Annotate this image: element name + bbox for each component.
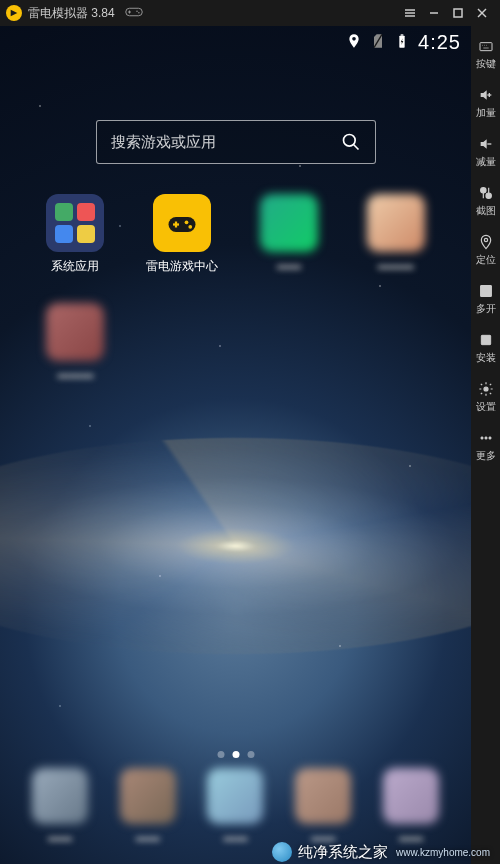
side-label: 安装 [476, 351, 496, 365]
svg-rect-9 [454, 9, 462, 17]
system-apps-icon [46, 194, 104, 252]
menu-button[interactable] [398, 1, 422, 25]
clock: 4:25 [418, 31, 461, 54]
page-dot[interactable] [247, 751, 254, 758]
close-button[interactable] [470, 1, 494, 25]
app-logo [6, 5, 22, 21]
svg-line-16 [353, 145, 358, 150]
emulator-sidebar: 按键 加量 减量 截图 定位 多开 APK 安装 设置 [471, 26, 500, 864]
app-label: 雷电游戏中心 [146, 258, 218, 275]
side-label: 减量 [476, 155, 496, 169]
app-label: ▬▬▬ [57, 367, 93, 381]
app-label: 系统应用 [51, 258, 99, 275]
gamecenter-icon [153, 194, 211, 252]
app-label: ▬▬▬ [378, 258, 414, 272]
svg-rect-17 [169, 217, 196, 232]
titlebar: 雷电模拟器 3.84 [0, 0, 500, 26]
maximize-button[interactable] [446, 1, 470, 25]
search-icon [341, 132, 361, 152]
emulator-screen: 4:25 搜索游戏或应用 系统应用 雷电游戏中心 ▬▬ [0, 26, 471, 864]
svg-point-41 [480, 437, 482, 439]
svg-point-20 [185, 220, 189, 224]
app-gamecenter[interactable]: 雷电游戏中心 [137, 194, 228, 275]
side-multi-instance-button[interactable]: 多开 [471, 277, 500, 322]
side-settings-button[interactable]: 设置 [471, 375, 500, 420]
watermark-url: www.kzmyhome.com [396, 847, 490, 858]
svg-point-3 [136, 10, 138, 12]
svg-point-43 [488, 437, 490, 439]
side-label: 定位 [476, 253, 496, 267]
svg-point-21 [189, 225, 193, 229]
dock-app-3[interactable]: ▬▬ [207, 768, 263, 844]
blurred-icon [46, 303, 104, 361]
side-more-button[interactable]: 更多 [471, 424, 500, 469]
search-placeholder: 搜索游戏或应用 [111, 133, 341, 152]
android-statusbar: 4:25 [0, 26, 471, 58]
svg-point-15 [343, 135, 355, 147]
page-dot-active[interactable] [232, 751, 239, 758]
side-screenshot-button[interactable]: 截图 [471, 179, 500, 224]
location-icon [346, 33, 362, 52]
svg-point-4 [138, 12, 140, 14]
side-label: 按键 [476, 57, 496, 71]
side-volume-down-button[interactable]: 减量 [471, 130, 500, 175]
gamepad-icon[interactable] [125, 6, 143, 21]
dock-app-2[interactable]: ▬▬ [120, 768, 176, 844]
side-keymap-button[interactable]: 按键 [471, 32, 500, 77]
side-label: 更多 [476, 449, 496, 463]
svg-point-42 [484, 437, 486, 439]
watermark-logo-icon [272, 842, 292, 862]
svg-point-31 [486, 193, 491, 198]
dock-app-1[interactable]: ▬▬ [32, 768, 88, 844]
side-volume-up-button[interactable]: 加量 [471, 81, 500, 126]
side-label: 加量 [476, 106, 496, 120]
side-install-apk-button[interactable]: APK 安装 [471, 326, 500, 371]
app-label: ▬▬ [277, 258, 301, 272]
app-blurred-3[interactable]: ▬▬ [244, 194, 335, 275]
dock-app-5[interactable]: ▬▬ [383, 768, 439, 844]
minimize-button[interactable] [422, 1, 446, 25]
svg-point-30 [480, 188, 485, 193]
blurred-icon [367, 194, 425, 252]
battery-icon [394, 33, 410, 52]
sim-icon [370, 33, 386, 52]
dock-app-4[interactable]: ▬▬ [295, 768, 351, 844]
app-blurred-5[interactable]: ▬▬▬ [30, 303, 121, 381]
dock: ▬▬ ▬▬ ▬▬ ▬▬ ▬▬ [16, 768, 455, 844]
svg-rect-22 [480, 43, 492, 51]
window-title: 雷电模拟器 3.84 [28, 5, 115, 22]
app-blurred-4[interactable]: ▬▬▬ [350, 194, 441, 275]
page-dot[interactable] [217, 751, 224, 758]
blurred-icon [260, 194, 318, 252]
svg-text:APK: APK [481, 338, 491, 343]
svg-point-34 [484, 238, 487, 241]
svg-rect-14 [401, 34, 404, 35]
app-system[interactable]: 系统应用 [30, 194, 121, 275]
side-location-button[interactable]: 定位 [471, 228, 500, 273]
home-app-grid: 系统应用 雷电游戏中心 ▬▬ ▬▬▬ ▬▬▬ [30, 194, 441, 381]
watermark-brand: 纯净系统之家 [298, 843, 388, 862]
watermark: 纯净系统之家 www.kzmyhome.com [272, 842, 490, 862]
search-input[interactable]: 搜索游戏或应用 [96, 120, 376, 164]
side-label: 设置 [476, 400, 496, 414]
side-label: 多开 [476, 302, 496, 316]
svg-point-40 [484, 387, 488, 391]
page-indicator [217, 751, 254, 758]
side-label: 截图 [476, 204, 496, 218]
